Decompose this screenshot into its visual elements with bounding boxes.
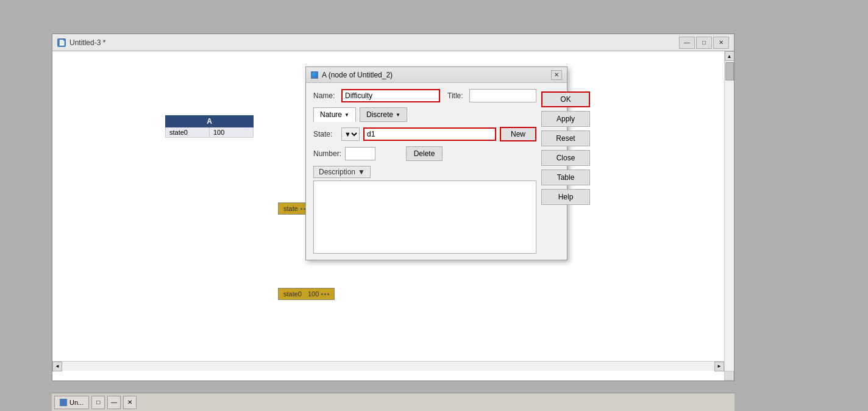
node-header: A: [165, 115, 254, 127]
state-node-1-label: state: [283, 205, 298, 212]
scroll-left-arrow[interactable]: ◄: [52, 362, 62, 371]
dialog-title-left: 🔷 A (node of Untitled_2): [311, 71, 393, 79]
close-dialog-button[interactable]: Close: [541, 150, 590, 166]
dialog: 🔷 A (node of Untitled_2) ✕ Name: Title:: [305, 66, 567, 260]
close-button[interactable]: ✕: [713, 37, 729, 49]
app-window: 📄 Untitled-3 * — □ ✕ A state0 100 state: [52, 34, 735, 381]
app-title-icon: 📄: [57, 38, 66, 47]
name-title-row: Name: Title:: [313, 89, 536, 102]
state-node-2-label: state0: [283, 290, 302, 298]
dot5: [324, 293, 326, 295]
state-row: State: ▼ New: [313, 127, 536, 141]
state-dropdown[interactable]: ▼: [341, 127, 360, 141]
app-titlebar: 📄 Untitled-3 * — □ ✕: [52, 34, 734, 51]
state-label: State:: [313, 130, 338, 138]
number-label: Number:: [313, 149, 341, 158]
name-input[interactable]: [341, 89, 440, 102]
description-textarea[interactable]: [313, 180, 536, 254]
dialog-right: OK Apply Reset Close Table Help: [541, 89, 590, 254]
nature-tab[interactable]: Nature ▼: [313, 107, 356, 122]
desc-header: Description ▼: [313, 166, 536, 178]
dialog-titlebar: 🔷 A (node of Untitled_2) ✕: [306, 67, 567, 83]
ok-button[interactable]: OK: [541, 91, 590, 107]
taskbar: Un... □ — ✕: [52, 393, 735, 411]
state-node-2-dots: [321, 293, 329, 295]
node-cell-value: 100: [210, 127, 253, 137]
title-label: Title:: [447, 91, 466, 100]
taskbar-btn-3[interactable]: ✕: [123, 396, 137, 409]
state-input[interactable]: [363, 127, 496, 141]
delete-button[interactable]: Delete: [406, 146, 443, 161]
state-node-2[interactable]: state0 100: [278, 288, 335, 300]
maximize-button[interactable]: □: [696, 37, 712, 49]
discrete-tab[interactable]: Discrete ▼: [360, 107, 407, 122]
scrollbar-bottom[interactable]: ◄ ►: [52, 361, 724, 371]
taskbar-btn-1[interactable]: □: [91, 396, 105, 409]
desc-arrow: ▼: [358, 168, 365, 176]
node-row: state0 100: [165, 127, 254, 138]
taskbar-item-icon: [60, 399, 67, 406]
dialog-close-button[interactable]: ✕: [551, 70, 562, 80]
tabs-row: Nature ▼ Discrete ▼: [313, 107, 536, 122]
dialog-left: Name: Title: Nature ▼ Discrete ▼: [313, 89, 536, 254]
app-content: A state0 100 state state0 100: [52, 51, 734, 381]
desc-section: Description ▼: [313, 166, 536, 254]
dot1: [301, 208, 302, 210]
dialog-title-text: A (node of Untitled_2): [322, 71, 393, 79]
nature-tab-arrow: ▼: [344, 112, 349, 118]
name-label: Name:: [313, 91, 338, 100]
taskbar-item[interactable]: Un...: [54, 396, 89, 409]
dot4: [321, 293, 323, 295]
node-cell-state: state0: [166, 127, 210, 137]
new-button[interactable]: New: [500, 127, 536, 141]
number-input[interactable]: [345, 147, 375, 160]
description-label[interactable]: Description ▼: [313, 166, 371, 178]
help-button[interactable]: Help: [541, 189, 590, 205]
table-button[interactable]: Table: [541, 170, 590, 185]
app-window-controls: — □ ✕: [679, 37, 729, 49]
scrollbar-corner: [724, 371, 734, 381]
apply-button[interactable]: Apply: [541, 111, 590, 127]
scroll-thumb[interactable]: [725, 62, 734, 80]
minimize-button[interactable]: —: [679, 37, 695, 49]
dialog-title-icon: 🔷: [311, 71, 318, 79]
app-title-text: Untitled-3 *: [69, 38, 105, 47]
scroll-up-arrow[interactable]: ▲: [725, 51, 735, 61]
scrollbar-right[interactable]: ▲ ▼: [724, 51, 734, 381]
taskbar-item-label: Un...: [69, 399, 84, 406]
scroll-right-arrow[interactable]: ►: [714, 362, 724, 371]
dialog-body: Name: Title: Nature ▼ Discrete ▼: [306, 83, 567, 260]
taskbar-btn-2[interactable]: —: [107, 396, 121, 409]
reset-button[interactable]: Reset: [541, 130, 590, 146]
state-node-2-value: 100: [308, 290, 319, 298]
node-a[interactable]: A state0 100: [165, 115, 254, 138]
title-input[interactable]: [469, 89, 536, 102]
dot6: [327, 293, 329, 295]
app-title-left: 📄 Untitled-3 *: [57, 38, 105, 47]
discrete-tab-arrow: ▼: [396, 112, 400, 118]
number-row: Number: Delete: [313, 146, 536, 161]
